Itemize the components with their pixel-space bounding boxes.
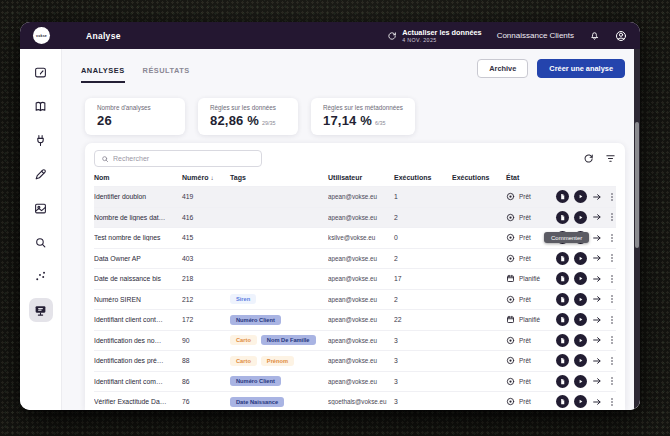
sidebar-item-image[interactable] [29,196,53,220]
filter-icon[interactable] [605,153,616,164]
more-options-button[interactable] [607,335,616,345]
comment-button[interactable] [556,375,569,388]
open-analysis-button[interactable] [592,315,602,325]
sidebar-item-search[interactable] [29,230,53,254]
row-state: Prêt [506,336,556,345]
tab-analyses[interactable]: ANALYSES [81,66,125,83]
run-button[interactable] [574,375,587,388]
open-analysis-button[interactable] [592,192,602,202]
sidebar-item-scatter[interactable] [29,264,53,288]
column-header[interactable]: Exécutions [394,174,452,181]
more-options-button[interactable] [607,253,616,263]
run-button[interactable] [574,272,587,285]
column-header[interactable]: Exécutions [452,174,506,181]
sidebar-item-monitor[interactable] [29,298,53,322]
analysis-row[interactable]: Vérifier Exactitude Da…76Date Naissances… [94,391,616,410]
tag-pill: Numéro Client [230,315,281,325]
run-button[interactable] [574,354,587,367]
run-button[interactable] [574,211,587,224]
more-options-button[interactable] [607,376,616,386]
comment-button[interactable] [556,354,569,367]
more-options-button[interactable] [607,212,616,222]
comment-button[interactable] [556,395,569,408]
app-logo[interactable]: vokse [33,27,50,44]
open-analysis-button[interactable] [592,397,602,407]
comment-button[interactable] [556,293,569,306]
reload-table-icon[interactable] [583,153,594,164]
arrowRight-icon [592,315,602,325]
analysis-row[interactable]: Test nombre de lignes415ksilve@vokse.eu0… [94,227,616,248]
doc-icon [559,378,566,385]
sidebar-item-pen[interactable] [29,162,53,186]
open-analysis-button[interactable] [592,376,602,386]
pen-icon [34,168,47,181]
workspace-selector[interactable]: Connaissance Clients [497,31,574,40]
column-header[interactable]: Utilisateur [328,174,394,181]
sidebar-item-plug[interactable] [29,128,53,152]
analysis-row[interactable]: Data Owner AP403apean@vokse.eu2Prêt [94,248,616,269]
create-analysis-button[interactable]: Créer une analyse [537,59,625,78]
more-options-button[interactable] [607,274,616,284]
run-button[interactable] [574,334,587,347]
refresh-data-button[interactable]: Actualiser les données 4 NOV. 2025 [387,28,482,44]
open-analysis-button[interactable] [592,294,602,304]
refresh-data-label: Actualiser les données [402,28,482,37]
comment-button[interactable] [556,313,569,326]
analysis-row[interactable]: Identifiant client cont…172Numéro Client… [94,309,616,330]
more-options-button[interactable] [607,294,616,304]
open-analysis-button[interactable] [592,356,602,366]
analysis-row[interactable]: Date de naissance bis218apean@vokse.eu17… [94,268,616,289]
open-analysis-button[interactable] [592,335,602,345]
row-actions [556,313,616,326]
column-header[interactable]: Numéro↓ [182,174,230,181]
more-options-button[interactable] [607,397,616,407]
analysis-row[interactable]: Identification des no…90CartoNom De Fami… [94,330,616,351]
column-header[interactable]: Tags [230,174,328,181]
comment-button[interactable] [556,211,569,224]
top-app-bar: vokse Analyse Actualiser les données 4 N… [20,22,640,49]
notifications-bell-icon[interactable] [589,30,600,41]
stat-fraction: 6/35 [375,120,386,126]
run-button[interactable] [574,252,587,265]
run-button[interactable] [574,190,587,203]
play-icon [577,357,584,364]
open-analysis-button[interactable] [592,274,602,284]
row-name: Test nombre de lignes [94,234,182,241]
dots-icon [607,192,616,202]
scrollbar-thumb[interactable] [635,122,639,248]
analysis-row[interactable]: Identifiant client com…86Numéro Clientap… [94,371,616,392]
analysis-row[interactable]: Nombre de lignes dat…416apean@vokse.eu2P… [94,207,616,228]
comment-button[interactable] [556,334,569,347]
search-box[interactable] [94,150,262,167]
row-actions [556,334,616,347]
dots-icon [607,253,616,263]
run-button[interactable] [574,293,587,306]
column-header[interactable]: État [506,174,556,181]
tab-résultats[interactable]: RÉSULTATS [143,66,190,83]
comment-button[interactable] [556,190,569,203]
open-analysis-button[interactable] [592,253,602,263]
sidebar-item-dashboard[interactable] [29,60,53,84]
vertical-scrollbar[interactable] [634,49,640,410]
sidebar-item-book[interactable] [29,94,53,118]
search-input[interactable] [113,155,255,162]
user-avatar-icon[interactable] [615,30,627,42]
analysis-row[interactable]: Identification des pré…88CartoPrénomapea… [94,350,616,371]
run-button[interactable] [574,395,587,408]
open-analysis-button[interactable] [592,233,602,243]
more-options-button[interactable] [607,192,616,202]
row-tags: Siren [230,294,328,304]
archive-button[interactable]: Archive [477,59,528,78]
column-header[interactable]: Nom [94,174,182,181]
ready-target-icon [506,356,515,365]
run-button[interactable] [574,313,587,326]
more-options-button[interactable] [607,315,616,325]
more-options-button[interactable] [607,356,616,366]
analysis-row[interactable]: Numéro SIREN212Sirenapean@vokse.eu2Prêt [94,289,616,310]
play-icon [577,337,584,344]
open-analysis-button[interactable] [592,212,602,222]
comment-button[interactable] [556,272,569,285]
analysis-row[interactable]: Identifier doublon419apean@vokse.eu1Prêt [94,186,616,207]
comment-button[interactable] [556,252,569,265]
more-options-button[interactable] [607,233,616,243]
